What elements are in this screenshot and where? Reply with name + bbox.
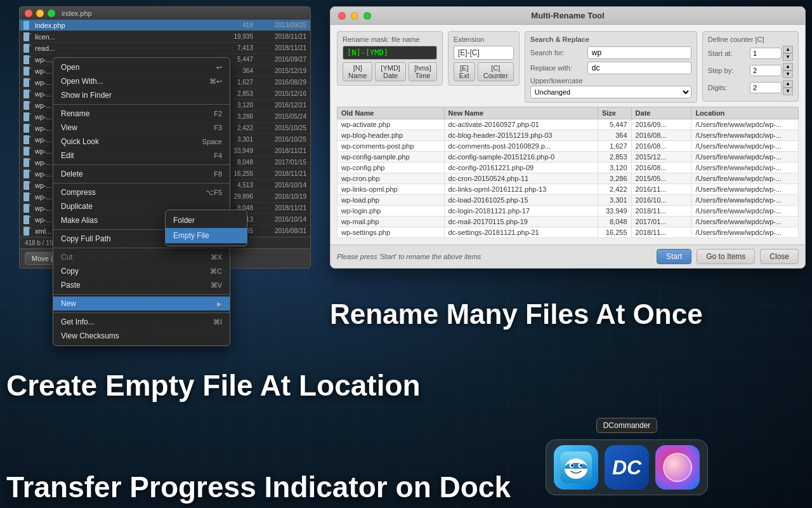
rt-table-row[interactable]: wp-comments-post.php dc-comments-post-20… bbox=[337, 141, 799, 152]
cm-item-label: Paste bbox=[61, 281, 211, 290]
submenu-item-label: Folder bbox=[173, 216, 239, 225]
rt-btn-e-ext[interactable]: [E] Ext bbox=[454, 62, 475, 81]
rt-uppercase-select[interactable]: Unchanged bbox=[530, 86, 691, 98]
rt-digits-input[interactable] bbox=[750, 82, 782, 93]
rt-ext-label: Extension bbox=[454, 36, 514, 43]
rt-search-for-input[interactable] bbox=[587, 46, 691, 59]
rt-start-at-input[interactable] bbox=[750, 48, 782, 59]
rt-mask-input[interactable] bbox=[343, 46, 437, 60]
rt-file-date: 2015/12... bbox=[631, 152, 691, 163]
rt-start-at-up[interactable]: ▲ bbox=[783, 46, 793, 53]
rt-step-by-up[interactable]: ▲ bbox=[783, 63, 793, 70]
dock-icon-siri[interactable] bbox=[655, 445, 700, 490]
file-name: licen... bbox=[35, 33, 218, 41]
rt-table-row[interactable]: wp-blog-header.php dc-blog-header-201512… bbox=[337, 130, 799, 141]
fm-close-button[interactable] bbox=[25, 10, 32, 17]
rt-table-row[interactable]: wp-load.php dc-load-20161025.php-15 3,30… bbox=[337, 195, 799, 206]
rt-new-name: dc-config-sample-20151216.php-0 bbox=[444, 152, 598, 163]
rt-new-name: dc-load-20161025.php-15 bbox=[444, 195, 598, 206]
svg-rect-12 bbox=[23, 67, 29, 76]
fm-minimize-button[interactable] bbox=[36, 10, 44, 17]
cm-item-rename[interactable]: Rename F2 bbox=[53, 107, 230, 121]
rt-file-location: /Users/fire/www/wpdc/wp-... bbox=[691, 184, 799, 195]
rt-table-row[interactable]: wp-settings.php dc-settings-20181121.php… bbox=[337, 227, 799, 238]
rt-start-at-down[interactable]: ▼ bbox=[783, 53, 793, 61]
cm-item-new[interactable]: New ▶ bbox=[53, 297, 230, 311]
svg-rect-33 bbox=[23, 147, 29, 156]
cm-item-quick-look[interactable]: Quick Look Space bbox=[53, 135, 230, 149]
rt-btn-ymd-date[interactable]: [YMD] Date bbox=[375, 62, 406, 81]
rt-table-row[interactable]: wp-config.php dc-config-20161221.php-09 … bbox=[337, 163, 799, 173]
rt-digits-up[interactable]: ▲ bbox=[783, 80, 793, 88]
rt-btn-n-name[interactable]: [N] Name bbox=[343, 62, 372, 81]
rt-counter-title: Define counter [C] bbox=[708, 36, 793, 43]
fm-file-row[interactable]: read... 7,413 2018/11/21 bbox=[20, 43, 310, 54]
rt-replace-input[interactable] bbox=[587, 62, 691, 74]
submenu-item-folder[interactable]: Folder bbox=[166, 213, 247, 228]
submenu-item-label: Empty File bbox=[173, 231, 239, 240]
cm-item-view[interactable]: View F3 bbox=[53, 121, 230, 135]
cm-item-get-info...[interactable]: Get Info... ⌘I bbox=[53, 315, 230, 329]
file-icon bbox=[23, 204, 32, 213]
cm-item-shortcut: ⌘I bbox=[213, 318, 222, 326]
rt-file-location: /Users/fire/www/wpdc/wp-... bbox=[691, 163, 799, 173]
rt-close-button[interactable]: Close bbox=[760, 249, 799, 264]
rt-step-by-input[interactable] bbox=[750, 65, 782, 76]
rt-old-name: wp-config.php bbox=[337, 163, 445, 173]
file-icon bbox=[23, 112, 32, 121]
rt-go-to-items-button[interactable]: Go to Items bbox=[697, 249, 755, 264]
submenu-item-empty-file[interactable]: Empty File bbox=[166, 228, 247, 243]
file-name: index.php bbox=[35, 22, 218, 29]
file-date: 2016/08/29 bbox=[256, 79, 306, 86]
cm-item-copy[interactable]: Copy ⌘C bbox=[53, 264, 230, 278]
rt-ext-input[interactable] bbox=[454, 46, 514, 60]
cm-item-open[interactable]: Open ↩ bbox=[53, 60, 230, 74]
fm-maximize-button[interactable] bbox=[48, 10, 55, 17]
rt-btn-c-counter[interactable]: [C] Counter bbox=[478, 62, 514, 81]
cm-item-delete[interactable]: Delete F8 bbox=[53, 167, 230, 181]
cm-item-shortcut: ⌘↩ bbox=[209, 77, 222, 86]
rt-step-by-row: Step by: ▲ ▼ bbox=[708, 63, 793, 78]
fm-file-row[interactable]: licen... 19,935 2018/11/21 bbox=[20, 31, 310, 43]
rt-file-size: 2,422 bbox=[598, 184, 631, 195]
rt-table-row[interactable]: wp-login.php dc-login-20181121.php-17 33… bbox=[337, 206, 799, 217]
rt-table-row[interactable]: wp-mail.php dc-mail-20170115.php-19 8,04… bbox=[337, 217, 799, 227]
cm-item-cut[interactable]: Cut ⌘X bbox=[53, 250, 230, 264]
cm-item-open-with...[interactable]: Open With... ⌘↩ bbox=[53, 74, 230, 88]
rt-btn-hms-time[interactable]: [hms] Time bbox=[409, 62, 437, 81]
rt-search-for-label: Search for: bbox=[530, 49, 587, 57]
file-date: 2016/08/31 bbox=[256, 227, 306, 234]
cm-item-label: View bbox=[61, 123, 214, 132]
rt-table-row[interactable]: wp-activate.php dc-activate-20160927.php… bbox=[337, 119, 799, 130]
rt-step-by-label: Step by: bbox=[708, 67, 750, 74]
file-icon bbox=[23, 192, 32, 201]
rt-table-row[interactable]: wp-links-opml.php dc-links-opml-20161121… bbox=[337, 184, 799, 195]
context-menu: Open ↩ Open With... ⌘↩ Show in Finder Re… bbox=[53, 57, 230, 346]
svg-rect-24 bbox=[23, 112, 29, 121]
rt-search-section: Search & Replace Search for: Replace wit… bbox=[525, 31, 697, 103]
rt-table-row[interactable]: wp-cron.php dc-cron-20150524.php-11 3,28… bbox=[337, 173, 799, 184]
rt-file-date: 2016/09... bbox=[631, 119, 691, 130]
cm-item-edit[interactable]: Edit F4 bbox=[53, 149, 230, 163]
rt-file-table: Old Name New Name Size Date Location wp-… bbox=[337, 107, 799, 238]
cm-item-show-in-finder[interactable]: Show in Finder bbox=[53, 88, 230, 102]
dock-icon-finder[interactable] bbox=[554, 445, 598, 490]
svg-rect-54 bbox=[23, 227, 29, 236]
rt-file-location: /Users/fire/www/wpdc/wp-... bbox=[691, 152, 799, 163]
cm-item-paste[interactable]: Paste ⌘V bbox=[53, 278, 230, 292]
fm-file-row[interactable]: index.php 418 2013/09/25 bbox=[20, 20, 310, 31]
dock-dc-label: DC bbox=[612, 456, 641, 479]
dock-icon-dcommander[interactable]: DC bbox=[605, 445, 649, 490]
rt-new-name: dc-settings-20181121.php-21 bbox=[444, 227, 598, 238]
file-date: 2016/10/14 bbox=[256, 182, 306, 189]
cm-item-compress[interactable]: Compress ⌥F5 bbox=[53, 185, 230, 199]
rt-table-row[interactable]: wp-config-sample.php dc-config-sample-20… bbox=[337, 152, 799, 163]
rt-step-by-down[interactable]: ▼ bbox=[783, 70, 793, 78]
rt-digits-down[interactable]: ▼ bbox=[783, 88, 793, 95]
cm-item-shortcut: ↩ bbox=[216, 64, 222, 72]
svg-rect-48 bbox=[23, 204, 29, 213]
rt-start-button[interactable]: Start bbox=[657, 249, 691, 264]
cm-separator bbox=[53, 248, 230, 248]
cm-item-label: Cut bbox=[61, 253, 211, 262]
cm-item-view-checksums[interactable]: View Checksums bbox=[53, 329, 230, 343]
